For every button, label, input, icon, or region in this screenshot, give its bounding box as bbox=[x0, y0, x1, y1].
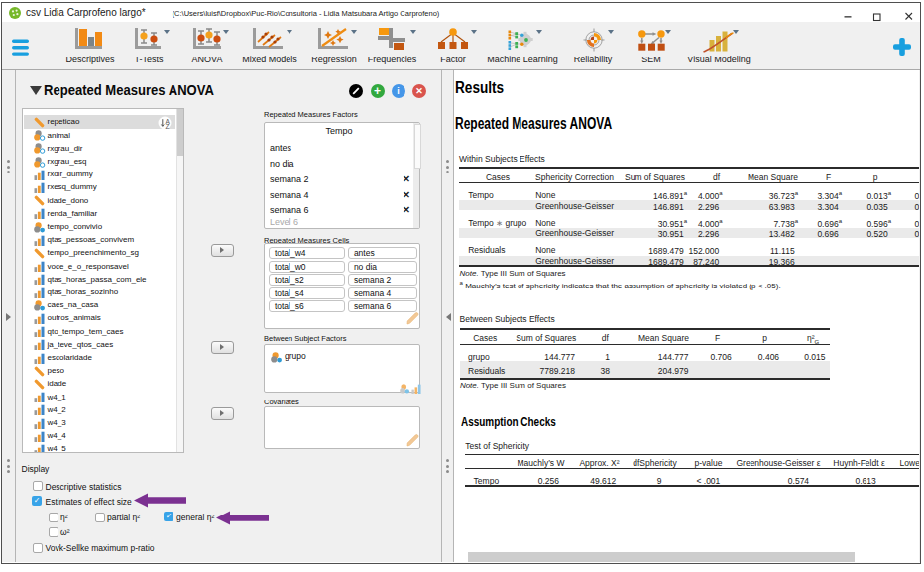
svg-text:Z: Z bbox=[165, 123, 169, 130]
